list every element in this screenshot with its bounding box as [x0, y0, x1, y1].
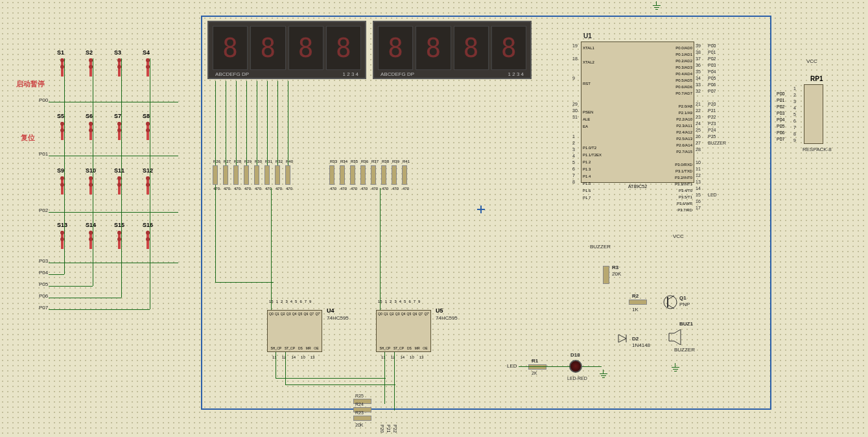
wire	[519, 366, 570, 367]
wire	[49, 309, 150, 310]
diode-icon	[617, 334, 630, 343]
wire	[276, 378, 386, 379]
disp1-pin-label: ABCDEFG DP	[215, 71, 249, 77]
resistor-r2[interactable]	[629, 300, 647, 305]
resistor-r41[interactable]: R41470	[402, 165, 407, 185]
mcu-left-pin-nums: 1918929303112345678	[572, 43, 578, 185]
button-row-1: S1 S2 S3 S4	[58, 58, 172, 79]
wire	[394, 352, 395, 410]
r24-lbl: R24	[355, 402, 364, 407]
digit-1-1: 8	[213, 26, 248, 70]
wire	[64, 58, 65, 274]
wire	[271, 188, 272, 310]
transistor-icon	[663, 293, 678, 311]
resistor-r29[interactable]: R29470	[244, 165, 249, 185]
button-row-3: S9 S10 S11 S12	[58, 176, 172, 197]
respack-part: RESPACK-8	[803, 147, 832, 152]
r3-ref: R3	[612, 265, 618, 270]
r3-val: 20K	[612, 271, 621, 277]
resistor-r32[interactable]: R32470	[275, 165, 280, 185]
net-p04: P04	[39, 270, 48, 276]
u4-part: 74HC595	[327, 315, 349, 321]
resistor-r30[interactable]: R30470	[254, 165, 259, 185]
button-row-4: S13 S14 S15 S16	[58, 231, 172, 252]
label-reset: 复位	[21, 133, 35, 143]
resistor-r35[interactable]: R35470	[350, 165, 355, 185]
resistor-r27[interactable]: R27470	[223, 165, 228, 185]
buzzer-vcc: VCC	[673, 233, 684, 239]
resistor-r28[interactable]: R28470	[233, 165, 239, 185]
r23-val: 20K	[355, 423, 363, 427]
respack-nets: P00P01P02P03P04P05P06P07	[777, 91, 784, 143]
d2-part: 1N4148	[632, 342, 650, 348]
resistor-r3[interactable]	[603, 266, 609, 284]
mcu-at89c52[interactable]: XTAL1XTAL2RSTPSENALEEAP1.0/T2P1.1/T2EXP1…	[581, 41, 694, 183]
resistor-r31[interactable]: R31470	[264, 165, 270, 185]
shift-register-u4[interactable]: Q0Q1Q2Q3Q4Q5Q6Q7Q7' SH_CPST_CPDSMROE	[267, 310, 322, 352]
q1-ref: Q1	[679, 295, 686, 301]
digit-1-3: 8	[288, 26, 323, 70]
r25-lbl: R25	[355, 394, 364, 398]
net-p00: P00	[39, 97, 48, 103]
respack-vcc: VCC	[806, 58, 817, 64]
bottom-net-p21: P21	[386, 425, 391, 432]
wire	[150, 58, 150, 309]
d2-ref: D2	[632, 336, 639, 342]
resistor-bank-left: R26470 R27470 R28470 R29470 R30470 R3147…	[213, 165, 290, 185]
svg-line-2	[668, 296, 674, 300]
bottom-net-p22: P22	[393, 425, 397, 432]
led-net: LED	[507, 363, 517, 369]
resistor-r38[interactable]: R38470	[381, 165, 386, 185]
bottom-net-p20: P20	[380, 425, 384, 432]
top-ground-icon	[653, 1, 661, 9]
d18-ref: D18	[570, 352, 580, 358]
digit-2-3: 8	[454, 26, 489, 70]
svg-point-0	[664, 296, 677, 309]
buz1-ref: BUZ1	[679, 321, 693, 327]
wire	[49, 286, 93, 287]
resistor-r37[interactable]: R37470	[371, 165, 376, 185]
wire	[246, 81, 247, 165]
seven-segment-display-2[interactable]: 8 8 8 8 ABCDEFG DP 1 2 3 4	[373, 21, 532, 79]
wire	[49, 263, 178, 263]
u4-ref: U4	[327, 307, 334, 314]
wire	[121, 58, 122, 298]
wire	[215, 81, 216, 165]
resistor-r26[interactable]: R26470	[213, 165, 218, 185]
d18-part: LED-RED	[567, 376, 587, 381]
mcu-left-pins: XTAL1XTAL2RSTPSENALEEAP1.0/T2P1.1/T2EXP1…	[583, 45, 602, 202]
resistor-r34[interactable]: R34470	[340, 165, 345, 185]
wire	[49, 212, 178, 213]
seven-segment-display-1[interactable]: 8 8 8 8 ABCDEFG DP 1 2 3 4	[207, 21, 366, 79]
respack-pin-nums: 123456789	[793, 86, 796, 144]
resistor-r23[interactable]	[353, 416, 371, 421]
disp2-digit-label: 1 2 3 4	[508, 71, 524, 77]
net-p05: P05	[39, 281, 48, 287]
wire	[285, 352, 286, 384]
u5-ref: U5	[436, 307, 443, 314]
digit-2-1: 8	[378, 26, 413, 70]
resistor-r1[interactable]	[528, 364, 546, 370]
shift-register-u5[interactable]: Q0Q1Q2Q3Q4Q5Q6Q7Q7' SH_CPST_CPDSMROE	[376, 310, 431, 352]
wire	[215, 282, 274, 283]
label-start-pause: 启动暂停	[16, 79, 45, 89]
resistor-r36[interactable]: R36470	[360, 165, 366, 185]
wire	[49, 274, 64, 275]
buzzer-ground-icon	[672, 363, 679, 371]
u5-bot-pins: 1112141013	[381, 355, 423, 359]
mcu-right-pin-nums: 3938373635343332212223242526272810111213…	[696, 43, 701, 211]
resistor-r39[interactable]: R39470	[392, 165, 397, 185]
wire	[49, 298, 121, 298]
respack-rp1[interactable]	[804, 84, 823, 144]
buzzer-net: BUZZER	[590, 244, 611, 250]
wire	[215, 185, 216, 282]
resistor-r40[interactable]: R40470	[285, 165, 290, 185]
led-d18[interactable]	[569, 360, 582, 373]
u4-top-pins: 1512345679	[269, 300, 311, 303]
disp2-pin-label: ABCDEFG DP	[381, 71, 414, 77]
wire	[93, 58, 93, 286]
resistor-r33[interactable]: R33470	[329, 165, 334, 185]
u4-bot-pins: 1112141013	[272, 355, 314, 359]
digit-1-4: 8	[326, 26, 361, 70]
r1-val: 2K	[532, 371, 537, 375]
